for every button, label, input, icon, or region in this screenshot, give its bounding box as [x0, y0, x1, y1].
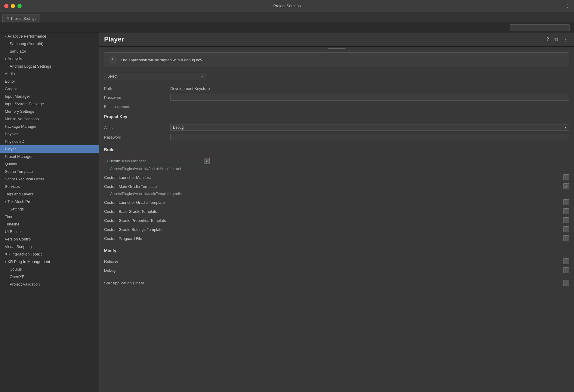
keystore-select-row: Select... ▾ — [99, 70, 574, 82]
sidebar-item-preset-manager[interactable]: Preset Manager — [0, 153, 99, 160]
alias-row: Alias Debug ▾ — [104, 123, 569, 132]
sidebar-label: Package Manager — [5, 124, 37, 129]
warning-banner: ! The application will be signed with a … — [104, 52, 569, 67]
layout-icon[interactable]: ⧉ — [553, 36, 559, 43]
triangle-icon: ▾ — [5, 57, 6, 60]
custom-launcher-gradle-checkbox[interactable] — [563, 199, 569, 205]
manifest-bordered-row: Custom Main Manifest ✓ — [104, 157, 212, 165]
sidebar-item-quality[interactable]: Quality — [0, 160, 99, 168]
page-title: Player — [104, 35, 124, 43]
sidebar-item-graphics[interactable]: Graphics — [0, 85, 99, 93]
sidebar-item-timeline[interactable]: Timeline — [0, 220, 99, 228]
more-options-icon[interactable]: ⋮ — [562, 36, 569, 43]
sidebar-label: UI Builder — [5, 229, 22, 234]
alias-label: Alias — [104, 125, 170, 130]
sidebar-item-player[interactable]: Player — [0, 145, 99, 153]
sidebar-item-textmesh-pro[interactable]: ▾ TextMesh Pro — [0, 198, 99, 205]
sidebar-item-openxr[interactable]: OpenXR — [0, 273, 99, 280]
sidebar-item-memory-settings[interactable]: Memory Settings — [0, 108, 99, 115]
sidebar-item-physics[interactable]: Physics — [0, 130, 99, 138]
minify-section: Release Debug — [99, 255, 574, 277]
release-checkbox[interactable] — [563, 258, 569, 264]
window-controls — [4, 4, 22, 8]
scroll-top-indicator — [328, 48, 346, 49]
minify-heading: Minify — [99, 245, 574, 255]
sidebar-label: Project Validation — [10, 282, 40, 286]
alias-dropdown[interactable]: Debug ▾ — [170, 124, 569, 131]
path-row: Path Development Keystore — [104, 84, 569, 93]
sidebar-item-ui-builder[interactable]: UI Builder — [0, 228, 99, 235]
sidebar-item-scene-template[interactable]: Scene Template — [0, 168, 99, 175]
sidebar: ▾ Adaptive Performance Samsung (Android)… — [0, 32, 99, 392]
sidebar-item-adaptive-performance[interactable]: ▾ Adaptive Performance — [0, 32, 99, 40]
fullscreen-button[interactable] — [17, 4, 22, 8]
sidebar-item-project-validation[interactable]: Project Validation — [0, 280, 99, 288]
custom-launcher-manifest-checkbox[interactable] — [563, 174, 569, 180]
sidebar-item-tags-and-layers[interactable]: Tags and Layers — [0, 190, 99, 198]
alias-dropdown-arrow: ▾ — [565, 125, 566, 130]
sidebar-item-input-system-package[interactable]: Input System Package — [0, 100, 99, 108]
custom-base-gradle-label: Custom Base Gradle Template — [104, 209, 563, 214]
split-app-binary-checkbox[interactable] — [563, 280, 569, 286]
custom-main-manifest-checkbox[interactable]: ✓ — [204, 158, 210, 164]
split-app-binary-label: Split Application Binary — [104, 281, 563, 285]
sidebar-label: Simulator — [10, 49, 26, 54]
split-section: Split Application Binary — [99, 277, 574, 289]
sidebar-label: Preset Manager — [5, 154, 33, 159]
sidebar-item-xr-interaction-toolkit[interactable]: XR Interaction Toolkit — [0, 250, 99, 258]
custom-proguard-row: Custom Proguard File — [104, 234, 569, 243]
enter-password-hint: Enter password. — [99, 104, 574, 111]
build-section: Custom Main Manifest ✓ Assets/Plugins/An… — [99, 154, 574, 245]
help-icon[interactable]: ? — [545, 36, 550, 43]
custom-proguard-label: Custom Proguard File — [104, 236, 563, 241]
dropdown-arrow-icon: ▾ — [202, 75, 203, 78]
custom-base-gradle-checkbox[interactable] — [563, 208, 569, 214]
project-key-password-input[interactable] — [170, 134, 569, 140]
sidebar-item-audio[interactable]: Audio — [0, 70, 99, 78]
sidebar-item-samsung-android[interactable]: Samsung (Android) — [0, 40, 99, 47]
custom-gradle-settings-checkbox[interactable] — [563, 226, 569, 232]
sidebar-item-xr-plugin-management[interactable]: ▾ XR Plug-in Management — [0, 258, 99, 265]
path-label: Path — [104, 86, 170, 91]
custom-gradle-properties-checkbox[interactable] — [563, 217, 569, 223]
sidebar-item-package-manager[interactable]: Package Manager — [0, 123, 99, 130]
sidebar-item-simulator[interactable]: Simulator — [0, 47, 99, 55]
tab-settings-icon: ⚙ — [6, 17, 9, 20]
keystore-dropdown-label: Select... — [107, 74, 120, 78]
sidebar-item-analysis[interactable]: ▾ Analysis — [0, 55, 99, 63]
sidebar-item-physics-2d[interactable]: Physics 2D — [0, 138, 99, 145]
sidebar-item-input-manager[interactable]: Input Manager — [0, 93, 99, 100]
sidebar-item-version-control[interactable]: Version Control — [0, 235, 99, 243]
password-input[interactable] — [170, 94, 569, 101]
tab-project-settings[interactable]: ⚙ Project Settings — [2, 14, 40, 23]
custom-gradle-settings-row: Custom Gradle Settings Template — [104, 225, 569, 234]
sidebar-item-mobile-notifications[interactable]: Mobile Notifications — [0, 115, 99, 123]
custom-main-manifest-row: Custom Main Manifest ✓ — [104, 156, 569, 166]
window-menu-icon[interactable]: ⋮ — [565, 3, 570, 9]
sidebar-item-time[interactable]: Time — [0, 213, 99, 220]
sidebar-item-settings[interactable]: Settings — [0, 205, 99, 213]
sidebar-label: Settings — [10, 207, 24, 211]
keystore-dropdown[interactable]: Select... ▾ — [104, 73, 206, 80]
check-icon: ✓ — [565, 184, 568, 189]
custom-main-gradle-checkbox[interactable]: ✓ — [563, 183, 569, 189]
sidebar-label: TextMesh Pro — [8, 199, 31, 204]
sidebar-item-editor[interactable]: Editor — [0, 78, 99, 85]
password-row: Password — [104, 93, 569, 102]
close-button[interactable] — [4, 4, 8, 8]
custom-main-manifest-label: Custom Main Manifest — [107, 159, 201, 163]
release-row: Release — [104, 257, 569, 266]
sidebar-item-services[interactable]: Services — [0, 183, 99, 190]
custom-proguard-checkbox[interactable] — [563, 235, 569, 241]
search-input[interactable] — [510, 24, 570, 31]
manifest-path: Assets/Plugins/Android/AndroidManifest.x… — [110, 167, 181, 171]
custom-main-gradle-group: Custom Main Gradle Template ✓ Assets/Plu… — [104, 182, 569, 198]
minimize-button[interactable] — [11, 4, 15, 8]
sidebar-item-visual-scripting[interactable]: Visual Scripting — [0, 243, 99, 250]
sidebar-label: Physics 2D — [5, 139, 24, 144]
sidebar-item-script-execution-order[interactable]: Script Execution Order — [0, 175, 99, 183]
password-label: Password — [104, 95, 170, 100]
debug-checkbox[interactable] — [563, 267, 569, 273]
sidebar-item-oculus[interactable]: Oculus — [0, 265, 99, 273]
sidebar-item-android-logcat[interactable]: Android Logcat Settings — [0, 63, 99, 70]
